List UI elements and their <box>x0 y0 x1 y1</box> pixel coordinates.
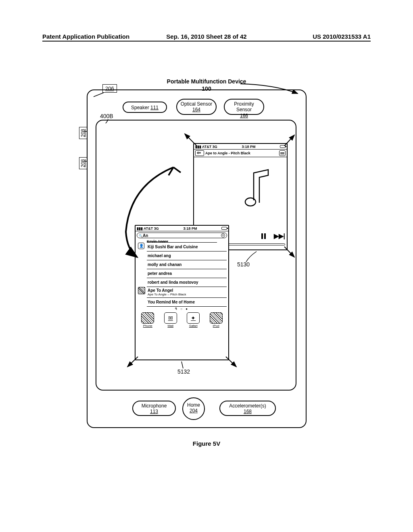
proximity-sensor-label: Proximity Sensor 166 <box>224 99 264 115</box>
list-row[interactable]: robert and linda mostovoy <box>147 278 227 287</box>
list-row[interactable]: molly and chanan <box>147 260 227 269</box>
pause-icon[interactable] <box>261 233 266 239</box>
page-indicator-dots: ᑫ ○ ● <box>136 307 228 311</box>
dock-safari[interactable]: ✦ Safari <box>187 312 200 328</box>
home-ref: 204 <box>190 408 198 414</box>
callout-5130: 5130 <box>237 261 250 268</box>
list-row[interactable]: You Remind Me of Home <box>147 298 227 307</box>
dock-safari-label: Safari <box>189 324 198 328</box>
music-note-icon <box>242 167 275 212</box>
header-center: Sep. 16, 2010 Sheet 28 of 42 <box>166 33 246 40</box>
signal-icon: ▮▮▮ <box>137 227 143 231</box>
mail-icon: ✉ <box>164 312 177 324</box>
album-subtitle: Ape To Angle – Pitch Black <box>148 293 226 296</box>
speaker-ref: 111 <box>150 105 159 110</box>
device-title: Portable Multifunction Device <box>167 78 246 85</box>
callout-5132: 5132 <box>177 368 190 375</box>
list-row-cutoff: Kevin Anger <box>147 239 217 243</box>
carrier-back: ▮▮▮ AT&T 3G <box>195 145 217 149</box>
optical-text: Optical Sensor <box>181 101 213 107</box>
optical-sensor-label: Optical Sensor 164 <box>176 99 217 115</box>
forward-icon[interactable]: ▶▶| <box>274 232 285 240</box>
clear-search-icon[interactable]: ✕ <box>221 233 225 237</box>
progress-bar[interactable] <box>224 243 285 245</box>
page-header: Patent Application Publication Sep. 16, … <box>42 33 371 42</box>
mic-ref: 113 <box>150 409 158 414</box>
figure-caption: Figure 5V <box>193 440 220 447</box>
app-dock: Phone ✉ Mail ✦ Safari iPod <box>136 311 228 328</box>
accelerometer-label: Accelerometer(s) 168 <box>219 401 276 416</box>
battery-icon <box>221 227 227 230</box>
accel-text: Accelerometer(s) <box>229 403 266 409</box>
status-bar-front: ▮▮▮ AT&T 3G 3:18 PM <box>136 226 228 231</box>
optical-ref: 164 <box>192 107 200 112</box>
search-icon <box>139 233 143 238</box>
nav-title-back: Ape to Angle - Pitch Black <box>205 151 250 155</box>
contact-icon: 👤 <box>138 243 144 249</box>
label-208-upper: 208 <box>79 127 87 139</box>
search-screen: ▮▮▮ AT&T 3G 3:18 PM An ✕ Kevin Anger 👤 K… <box>135 225 229 360</box>
nav-bar-back: Ape to Angle - Pitch Black <box>194 150 287 157</box>
dock-mail-label: Mail <box>167 324 173 328</box>
dock-phone[interactable]: Phone <box>141 312 154 328</box>
home-text: Home <box>187 402 200 408</box>
dock-ipod[interactable]: iPod <box>210 312 223 328</box>
list-row[interactable]: Kiji Sushi Bar and Cuisine <box>147 243 227 251</box>
album-art-icon <box>138 287 145 294</box>
microphone-label: Microphone 113 <box>132 401 176 416</box>
carrier-text-front: AT&T 3G <box>144 227 159 231</box>
dock-phone-label: Phone <box>143 324 152 328</box>
list-row[interactable]: michael ang <box>147 251 227 260</box>
accel-ref: 168 <box>244 409 252 414</box>
mic-text: Microphone <box>142 403 167 409</box>
label-400b: 400B <box>100 113 113 119</box>
speaker-label: Speaker 111 <box>123 102 167 113</box>
phone-icon <box>141 312 154 324</box>
search-text: An <box>143 233 148 238</box>
ipod-icon <box>210 312 223 324</box>
carrier-front: ▮▮▮ AT&T 3G <box>137 227 159 231</box>
album-row[interactable]: Ape To Angel Ape To Angle – Pitch Black <box>147 287 227 298</box>
album-title: Ape To Angel <box>148 288 226 293</box>
label-208-lower: 208 <box>79 157 87 169</box>
dock-mail[interactable]: ✉ Mail <box>164 312 177 328</box>
carrier-text-back: AT&T 3G <box>202 145 217 149</box>
time-back: 3:18 PM <box>242 145 255 149</box>
speaker-text: Speaker <box>131 105 149 110</box>
back-button[interactable] <box>195 150 204 156</box>
proximity-ref: 166 <box>240 113 248 118</box>
safari-icon: ✦ <box>187 312 200 324</box>
search-field[interactable]: An ✕ <box>137 233 227 238</box>
time-front: 3:18 PM <box>183 227 197 231</box>
status-bar-back: ▮▮▮ AT&T 3G 3:18 PM <box>194 144 287 150</box>
list-row[interactable]: peter andrea <box>147 269 227 278</box>
svg-point-0 <box>245 198 256 206</box>
dock-ipod-label: iPod <box>213 324 219 328</box>
home-button-label[interactable]: Home 204 <box>182 397 205 420</box>
battery-icon <box>280 145 286 148</box>
signal-icon: ▮▮▮ <box>195 145 201 149</box>
header-right: US 2010/0231533 A1 <box>313 33 371 40</box>
header-left: Patent Application Publication <box>42 33 129 40</box>
proximity-text: Proximity Sensor <box>234 101 254 112</box>
list-button[interactable] <box>279 150 286 156</box>
